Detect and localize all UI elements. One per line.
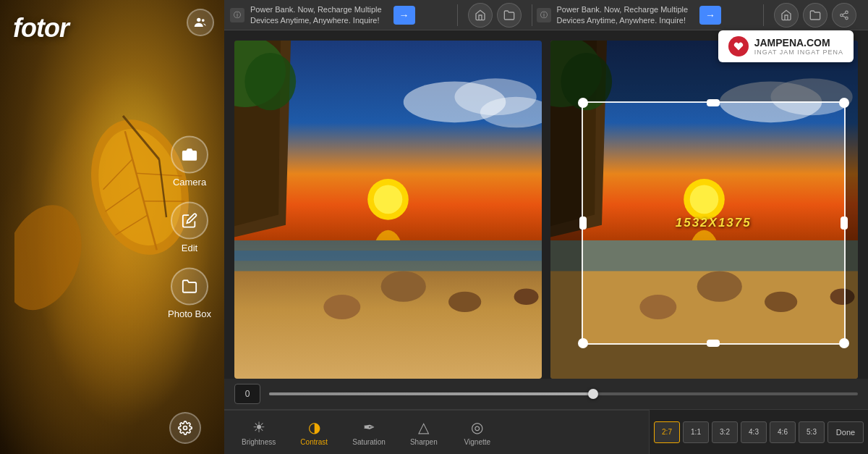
ratio-4-3[interactable]: 4:3 — [741, 421, 767, 443]
people-icon[interactable] — [187, 9, 214, 36]
tool-saturation[interactable]: ✒ Saturation — [342, 416, 396, 449]
ad-info-icon-right: ⓘ — [537, 8, 551, 22]
contrast-icon: ◑ — [308, 419, 320, 436]
jampena-title: JAMPENA.COM — [754, 37, 843, 49]
svg-point-14 — [184, 426, 187, 430]
edit-label: Edit — [182, 242, 197, 253]
saturation-icon: ✒ — [363, 419, 375, 436]
svg-point-28 — [448, 292, 481, 312]
svg-point-24 — [374, 185, 403, 214]
sidebar-menu: Camera Edit Photo Box — [168, 135, 224, 319]
nav-icons — [462, 3, 527, 28]
done-button[interactable]: Done — [827, 421, 864, 443]
crop-handle-tl[interactable] — [578, 98, 588, 108]
home-icon[interactable] — [468, 3, 493, 28]
ad-text-left: Power Bank. Now, Recharge Multiple Devic… — [250, 4, 382, 25]
main-content: ⓘ Power Bank. Now, Recharge Multiple Dev… — [224, 0, 868, 454]
svg-point-12 — [202, 19, 205, 22]
sidebar: fotor Camera Ed — [0, 0, 224, 454]
crop-dim-bottom — [550, 345, 858, 379]
ratio-2-7[interactable]: 2:7 — [654, 421, 680, 443]
svg-rect-32 — [234, 251, 542, 261]
slider-fill — [269, 392, 593, 395]
crop-handle-bm[interactable] — [707, 340, 720, 347]
ad-text-right: Power Bank. Now, Recharge Multiple Devic… — [557, 4, 689, 25]
ratio-1-1[interactable]: 1:1 — [683, 421, 709, 443]
original-image — [234, 41, 542, 379]
crop-dim-left — [550, 101, 582, 345]
svg-point-15 — [846, 11, 848, 13]
saturation-label: Saturation — [352, 438, 386, 446]
ratio-bar: 2:7 1:1 3:2 4:3 4:6 5:3 Done — [649, 410, 868, 455]
crop-dimensions-label: 1532X1375 — [676, 216, 752, 230]
sharpen-label: Sharpen — [410, 438, 438, 446]
settings-icon[interactable] — [169, 412, 201, 444]
ad-left: ⓘ Power Bank. Now, Recharge Multiple Dev… — [230, 4, 453, 25]
share-icon-right[interactable] — [832, 3, 856, 28]
ad-separator — [457, 4, 458, 26]
svg-point-27 — [381, 271, 426, 301]
brightness-label: Brightness — [242, 438, 276, 446]
vignette-icon: ◎ — [471, 419, 483, 436]
jampena-overlay: JAMPENA.COM INGAT JAM INGAT PENA — [718, 30, 854, 62]
original-image-panel — [234, 41, 542, 379]
nav-icons-right — [768, 3, 862, 28]
ad-separator-2 — [532, 4, 532, 26]
tool-vignette[interactable]: ◎ Vignette — [452, 416, 503, 449]
camera-label: Camera — [173, 176, 206, 187]
sidebar-item-edit[interactable]: Edit — [171, 201, 208, 253]
camera-circle — [171, 135, 208, 173]
tool-brightness[interactable]: ☀ Brightness — [231, 416, 286, 449]
crop-handle-tr[interactable] — [839, 98, 849, 108]
sharpen-icon: △ — [418, 419, 429, 436]
slider-thumb[interactable] — [588, 389, 598, 399]
svg-point-30 — [514, 288, 539, 305]
svg-point-16 — [841, 14, 843, 17]
slider-value[interactable]: 0 — [234, 384, 260, 404]
bottom-bar: ☀ Brightness ◑ Contrast ✒ Saturation △ S… — [224, 409, 868, 454]
jampena-icon — [728, 36, 749, 56]
app-logo: fotor — [13, 13, 69, 43]
jampena-subtitle: INGAT JAM INGAT PENA — [754, 49, 843, 56]
crop-handle-rm[interactable] — [841, 217, 848, 230]
svg-line-19 — [843, 12, 846, 14]
ad-info-icon-left: ⓘ — [230, 8, 244, 22]
vignette-label: Vignette — [464, 438, 491, 446]
brightness-icon: ☀ — [252, 419, 265, 436]
slider-track[interactable] — [269, 392, 858, 395]
ad-separator-3 — [763, 4, 764, 26]
ad-right: ⓘ Power Bank. Now, Recharge Multiple Dev… — [537, 4, 760, 25]
svg-point-8 — [14, 194, 95, 321]
tool-sharpen[interactable]: △ Sharpen — [399, 416, 449, 449]
folder-icon-nav[interactable] — [497, 3, 522, 28]
ratio-3-2[interactable]: 3:2 — [712, 421, 738, 443]
ratio-5-3[interactable]: 5:3 — [799, 421, 825, 443]
sidebar-item-photobox[interactable]: Photo Box — [168, 267, 211, 319]
tools-bar: ☀ Brightness ◑ Contrast ✒ Saturation △ S… — [224, 410, 649, 455]
contrast-label: Contrast — [300, 438, 328, 446]
ad-arrow-right[interactable]: → — [699, 6, 721, 25]
crop-overlay: 1532X1375 — [550, 41, 858, 379]
home-icon-right[interactable] — [774, 3, 799, 28]
crop-handle-lm[interactable] — [579, 217, 587, 230]
slider-area: 0 — [224, 379, 868, 409]
sidebar-item-camera[interactable]: Camera — [171, 135, 208, 187]
ad-banner: ⓘ Power Bank. Now, Recharge Multiple Dev… — [224, 0, 868, 30]
ad-arrow-left[interactable]: → — [393, 6, 415, 25]
crop-box[interactable]: 1532X1375 — [582, 101, 846, 345]
svg-point-29 — [323, 295, 360, 319]
svg-point-11 — [197, 18, 200, 22]
tool-contrast[interactable]: ◑ Contrast — [289, 416, 339, 449]
crop-handle-tm[interactable] — [707, 99, 720, 106]
svg-point-22 — [244, 53, 296, 110]
svg-point-13 — [187, 152, 192, 157]
top-section: ⓘ Power Bank. Now, Recharge Multiple Dev… — [224, 0, 868, 30]
ratio-4-6[interactable]: 4:6 — [770, 421, 796, 443]
edit-image-panel[interactable]: 1532X1375 — [550, 41, 858, 379]
photobox-circle — [171, 267, 208, 305]
folder-icon-nav-right[interactable] — [803, 3, 827, 28]
photobox-label: Photo Box — [168, 308, 211, 319]
crop-handle-bl[interactable] — [578, 338, 588, 348]
edit-circle — [171, 201, 208, 239]
jampena-text: JAMPENA.COM INGAT JAM INGAT PENA — [754, 37, 843, 56]
